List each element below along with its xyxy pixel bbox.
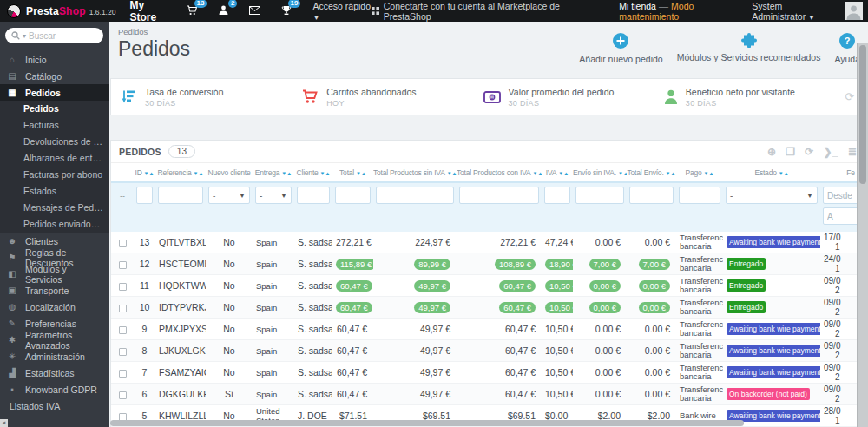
sql-manager-icon[interactable]: ❯_	[824, 146, 838, 158]
filter-new-client-select[interactable]: -▼	[208, 187, 250, 204]
sort-icons[interactable]: ▼▲	[532, 171, 542, 176]
filter-total-shipping-input[interactable]	[629, 187, 674, 204]
refresh-icon[interactable]: ⟳	[805, 146, 813, 158]
order-row[interactable]: 9PMXJPYXSINoSpainS. sadsad60,47 €49,97 €…	[111, 319, 865, 340]
quick-access-menu[interactable]: Acceso rápido ▼	[312, 1, 371, 22]
row-checkbox[interactable]	[119, 261, 127, 269]
submenu-item-albaranes-de-entrega[interactable]: Albaranes de entrega	[0, 150, 108, 167]
col-iva[interactable]: IVA▼▲	[542, 163, 573, 182]
filter-shipping-excl-tax-input[interactable]	[575, 187, 624, 204]
col-total-productos-con-iva[interactable]: Total Productos con IVA▼▲	[457, 163, 542, 182]
cell-amount-3: 10,50 €	[542, 362, 573, 384]
amount-badge: 108,89 €	[495, 259, 536, 270]
submenu-item-mensajes-de-pedidos[interactable]: Mensajes de Pedidos	[0, 200, 108, 216]
cell-payment: Transferencia bancaria	[676, 253, 723, 275]
submenu-item-estados[interactable]: Estados	[0, 183, 108, 200]
sort-icons[interactable]: ▼▲	[144, 171, 155, 176]
sidebar-item-knowband-gdpr[interactable]: ▪Knowband GDPR	[0, 381, 108, 397]
row-checkbox[interactable]	[119, 370, 127, 378]
row-checkbox[interactable]	[119, 348, 127, 356]
col-entrega[interactable]: Entrega▼▲	[253, 163, 294, 182]
sort-icons[interactable]: ▼▲	[194, 171, 204, 176]
orders-count-badge: 13	[168, 145, 196, 158]
add-icon[interactable]: ⊕	[767, 146, 776, 158]
sort-icons[interactable]: ▼▲	[779, 171, 789, 176]
sidebar-item-inicio[interactable]: ⌂Inicio	[0, 51, 108, 68]
col-total-productos-sin-iva[interactable]: Total Productos sin IVA▼▲	[373, 163, 457, 182]
submenu-item-facturas[interactable]: Facturas	[0, 117, 108, 134]
order-row[interactable]: 10IDTYPVRKJNoSpainS. sadsad60,47 €49,97 …	[111, 297, 865, 319]
order-row[interactable]: 11HQDKTWWKMNoSpainS. sadsad60,47 €49,97 …	[111, 275, 865, 297]
sidebar-item-localizaci-n[interactable]: ◍Localización	[0, 299, 108, 315]
col-referencia[interactable]: Referencia▼▲	[155, 163, 206, 182]
filter-tax-input[interactable]	[544, 187, 570, 204]
avatar[interactable]	[845, 2, 863, 20]
submenu-item-facturas-por-abono[interactable]: Facturas por abono	[0, 167, 108, 183]
col-cliente[interactable]: Cliente▼▲	[294, 163, 332, 182]
col-estado[interactable]: Estado▼▲	[723, 163, 820, 182]
sidebar-item-pedidos[interactable]: ▦Pedidos	[0, 84, 108, 101]
col-total[interactable]: Total▼▲	[332, 163, 373, 182]
sidebar-item-transporte[interactable]: ▣Transporte	[0, 282, 108, 299]
search-scope-caret-icon[interactable]: ▾	[23, 32, 26, 40]
filter-total-products-excl-tax-input[interactable]	[376, 187, 454, 204]
refresh-kpis-icon[interactable]: ⟳	[845, 90, 854, 103]
customers-icon[interactable]: 2	[219, 5, 228, 17]
sort-icons[interactable]: ▼▲	[618, 171, 627, 176]
sort-icons[interactable]: ▼▲	[281, 171, 292, 176]
sidebar-item-par-metros-avanzados[interactable]: ✱Parámetros Avanzados	[0, 332, 108, 348]
cart-icon[interactable]: 13	[187, 5, 198, 17]
filter-total-products-incl-tax-input[interactable]	[459, 187, 539, 204]
sort-icons[interactable]: ▼▲	[447, 171, 457, 176]
row-checkbox[interactable]	[119, 240, 127, 247]
notifications-icon[interactable]: 19	[281, 5, 292, 17]
export-icon[interactable]: ❐	[786, 146, 795, 158]
row-checkbox[interactable]	[119, 326, 127, 334]
order-row[interactable]: 12HSCTEOMBFNoSpainS. sadsad115,89 €89,99…	[111, 253, 865, 275]
shop-link[interactable]: Mi tienda	[619, 1, 656, 11]
filter-delivery-select[interactable]: -▼	[255, 187, 292, 204]
action-a-adir-nuevo-pedido[interactable]: Añadir nuevo pedido	[579, 32, 662, 78]
filter-total-input[interactable]	[335, 187, 371, 204]
horizontal-scrollbar[interactable]	[110, 420, 744, 426]
sidebar-item-cat-logo[interactable]: ▤Catálogo	[0, 68, 108, 84]
submenu-item-pedidos-enviados-a-webs[interactable]: Pedidos enviados a WebS...	[0, 216, 108, 233]
row-checkbox[interactable]	[119, 305, 127, 312]
sort-icons[interactable]: ▼▲	[320, 171, 331, 176]
vertical-scrollbar[interactable]	[857, 43, 868, 427]
col-id[interactable]: ID▼▲	[134, 163, 155, 182]
filter-reference-input[interactable]	[158, 187, 203, 204]
filter-id-input[interactable]	[136, 187, 153, 204]
sort-icons[interactable]: ▼▲	[356, 171, 366, 176]
scroll-left-arrow-icon[interactable]: ◄	[0, 419, 8, 427]
messages-icon[interactable]	[249, 6, 260, 16]
show-sql-icon[interactable]: ≣	[848, 146, 857, 158]
filter-payment-input[interactable]	[679, 187, 720, 204]
row-checkbox[interactable]	[119, 283, 127, 291]
row-checkbox[interactable]	[119, 391, 127, 399]
submenu-item-devoluciones-de-mercanc-a[interactable]: Devoluciones de mercancía	[0, 134, 108, 150]
order-row[interactable]: 6DGKGULKRDSíSpainS. sadsad60,47 €49,97 €…	[111, 384, 865, 405]
col-pago[interactable]: Pago▼▲	[676, 163, 723, 182]
order-row[interactable]: 8LJKUXLGKUNoSpainS. sadsad60,47 €49,97 €…	[111, 340, 865, 362]
sidebar-item-administraci-n[interactable]: ✳Administración	[0, 348, 108, 365]
col-env-o-sin-iva[interactable]: Envío sin IVA.▼▲	[573, 163, 627, 182]
cell-amount-0: 60,47 €	[332, 384, 373, 405]
order-row[interactable]: 7FSAMZYAIGNoSpainS. sadsad60,47 €49,97 €…	[111, 362, 865, 384]
filter-customer-input[interactable]	[297, 187, 330, 204]
sidebar-item-estad-sticas[interactable]: ▟Estadísticas	[0, 365, 108, 381]
sort-icons[interactable]: ▼▲	[558, 171, 569, 176]
sort-icons[interactable]: ▼▲	[704, 171, 714, 176]
user-menu[interactable]: System Administrator ▼	[752, 1, 832, 22]
sort-icons[interactable]: ▼▲	[666, 171, 676, 176]
col-total-env-o[interactable]: Total Envío.▼▲	[627, 163, 676, 182]
search-input[interactable]	[29, 31, 84, 41]
store-name[interactable]: My Store	[129, 0, 168, 23]
order-row[interactable]: 13QITLVTBXLNoSpainS. sadsad272,21 €224,9…	[111, 232, 865, 253]
sidebar-item-m-dulos-y-servicios[interactable]: ◧Módulos y Servicios	[0, 266, 108, 282]
marketplace-link[interactable]: Conectarte con tu cuenta al Marketplace …	[372, 1, 573, 22]
action-m-dulos-y-servicios-recomendados[interactable]: Módulos y Servicios recomendados	[677, 32, 821, 78]
sidebar-item-listados-iva[interactable]: Listados IVA	[0, 397, 108, 414]
filter-status-select[interactable]: -▼	[726, 187, 818, 204]
submenu-item-pedidos[interactable]: Pedidos	[0, 101, 108, 117]
